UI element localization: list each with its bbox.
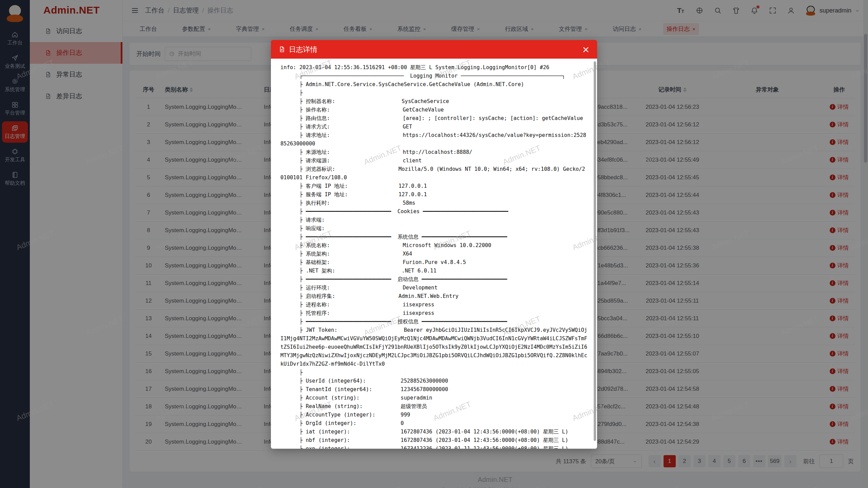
close-icon[interactable]: × <box>582 45 590 54</box>
modal-body: info: 2023-01-04 12:55:36.1516291 +08:00… <box>271 59 597 449</box>
modal-title: 日志详情 <box>289 45 317 54</box>
log-detail-text: info: 2023-01-04 12:55:36.1516291 +08:00… <box>280 63 588 449</box>
modal-header: 日志详情 × <box>271 40 597 59</box>
modal-scrollbar-thumb[interactable] <box>594 61 596 441</box>
modal-title-wrap: 日志详情 <box>278 45 317 54</box>
log-detail-modal: 日志详情 × info: 2023-01-04 12:55:36.1516291… <box>271 40 597 449</box>
document-icon <box>278 46 285 53</box>
